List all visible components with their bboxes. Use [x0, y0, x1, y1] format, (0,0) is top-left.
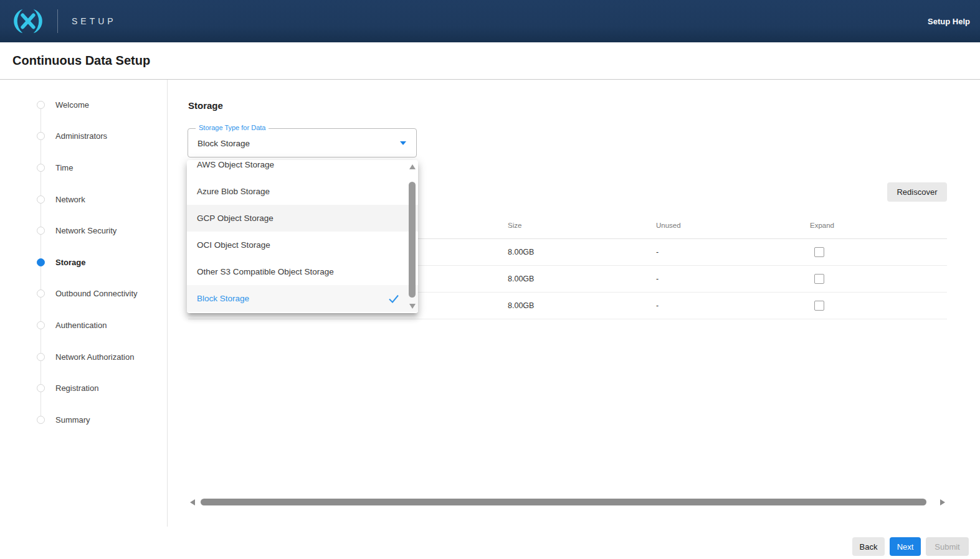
step-label: Summary — [55, 415, 90, 425]
device-size-cell: 8.00GB — [508, 301, 656, 310]
stepper-step-network[interactable]: Network — [0, 184, 167, 215]
table-header-size: Size — [508, 222, 656, 229]
device-size-cell: 8.00GB — [508, 275, 656, 283]
menu-item-block-storage[interactable]: Block Storage — [187, 285, 418, 312]
device-size-cell: 8.00GB — [508, 248, 656, 256]
step-circle-icon — [37, 132, 45, 140]
device-unused-cell: - — [656, 248, 810, 256]
menu-item-oci-object-storage[interactable]: OCI Object Storage — [187, 232, 418, 258]
step-label: Outbound Connectivity — [55, 289, 138, 298]
step-label: Welcome — [55, 100, 89, 110]
scroll-right-arrow-icon[interactable] — [940, 499, 945, 505]
select-floating-label: Storage Type for Data — [196, 124, 269, 131]
step-label: Authentication — [55, 321, 107, 330]
menu-item-label: GCP Object Storage — [197, 214, 274, 223]
menu-item-label: OCI Object Storage — [197, 240, 270, 250]
table-header-expand: Expand — [810, 222, 947, 229]
stepper-step-authentication[interactable]: Authentication — [0, 309, 167, 341]
navbar-divider — [57, 9, 58, 33]
scroll-up-arrow-icon[interactable] — [409, 164, 416, 169]
checkmark-icon — [388, 294, 399, 303]
stepper-step-storage[interactable]: Storage — [0, 247, 167, 278]
stepper-step-summary[interactable]: Summary — [0, 404, 167, 436]
dropdown-scrollbar[interactable] — [408, 160, 417, 313]
back-button[interactable]: Back — [852, 537, 885, 556]
scroll-down-arrow-icon[interactable] — [409, 304, 416, 309]
stepper-step-registration[interactable]: Registration — [0, 372, 167, 404]
horizontal-scrollbar[interactable] — [190, 498, 945, 507]
rediscover-button[interactable]: Rediscover — [887, 182, 947, 202]
setup-wizard-screen: SETUP Setup Help Continuous Data Setup W… — [0, 0, 980, 559]
stepper-steps: Welcome Administrators Time Network Netw… — [0, 89, 167, 436]
step-label: Storage — [55, 258, 85, 267]
step-circle-icon — [37, 101, 45, 109]
step-label: Network — [55, 195, 85, 204]
step-label: Registration — [55, 383, 98, 393]
dropdown-scrollbar-thumb[interactable] — [409, 182, 416, 298]
menu-item-other-s3-compatible-object-storage[interactable]: Other S3 Compatible Object Storage — [187, 258, 418, 285]
top-navbar: SETUP Setup Help — [0, 0, 980, 42]
menu-item-label: AWS Object Storage — [197, 160, 274, 169]
device-unused-cell: - — [656, 301, 810, 310]
step-label: Time — [55, 163, 73, 172]
stepper-step-welcome[interactable]: Welcome — [0, 89, 167, 121]
step-circle-active-icon — [37, 258, 45, 266]
next-button[interactable]: Next — [890, 537, 921, 556]
step-circle-icon — [37, 353, 45, 361]
step-label: Network Security — [55, 226, 117, 235]
expand-checkbox[interactable] — [814, 247, 824, 257]
step-circle-icon — [37, 321, 45, 329]
chevron-down-icon — [400, 141, 406, 145]
expand-checkbox[interactable] — [814, 274, 824, 284]
submit-button[interactable]: Submit — [926, 537, 969, 556]
storage-type-select[interactable]: Storage Type for Data Block Storage — [188, 128, 417, 157]
expand-checkbox[interactable] — [814, 301, 824, 311]
menu-item-label: Azure Blob Storage — [197, 187, 270, 196]
device-unused-cell: - — [656, 275, 810, 283]
step-label: Administrators — [55, 131, 107, 141]
stepper-step-outbound-connectivity[interactable]: Outbound Connectivity — [0, 278, 167, 310]
stepper-step-network-security[interactable]: Network Security — [0, 215, 167, 247]
step-circle-icon — [37, 195, 45, 204]
setup-help-link[interactable]: Setup Help — [928, 17, 970, 26]
step-circle-icon — [37, 164, 45, 172]
stepper-step-network-authorization[interactable]: Network Authorization — [0, 341, 167, 373]
page-title: Continuous Data Setup — [12, 54, 150, 68]
horizontal-scrollbar-thumb[interactable] — [201, 499, 926, 505]
stepper-sidebar: Welcome Administrators Time Network Netw… — [0, 80, 168, 527]
stepper-step-administrators[interactable]: Administrators — [0, 121, 167, 153]
menu-item-aws-object-storage[interactable]: AWS Object Storage — [187, 160, 418, 178]
step-circle-icon — [37, 289, 45, 298]
stepper-step-time[interactable]: Time — [0, 152, 167, 184]
brand-label: SETUP — [72, 16, 117, 26]
step-label: Network Authorization — [55, 352, 134, 362]
menu-item-gcp-object-storage[interactable]: GCP Object Storage — [187, 205, 418, 232]
delphix-logo-icon — [10, 7, 46, 35]
step-circle-icon — [37, 384, 45, 392]
menu-item-label: Other S3 Compatible Object Storage — [197, 267, 334, 276]
storage-type-dropdown: AWS Object Storage Azure Blob Storage GC… — [187, 160, 418, 313]
section-title: Storage — [188, 100, 223, 111]
step-circle-icon — [37, 416, 45, 424]
menu-item-azure-blob-storage[interactable]: Azure Blob Storage — [187, 178, 418, 205]
table-header-unused: Unused — [656, 222, 810, 229]
select-value: Block Storage — [197, 138, 250, 148]
menu-item-label: Block Storage — [197, 294, 249, 303]
step-circle-icon — [37, 227, 45, 235]
scroll-left-arrow-icon[interactable] — [190, 499, 195, 505]
